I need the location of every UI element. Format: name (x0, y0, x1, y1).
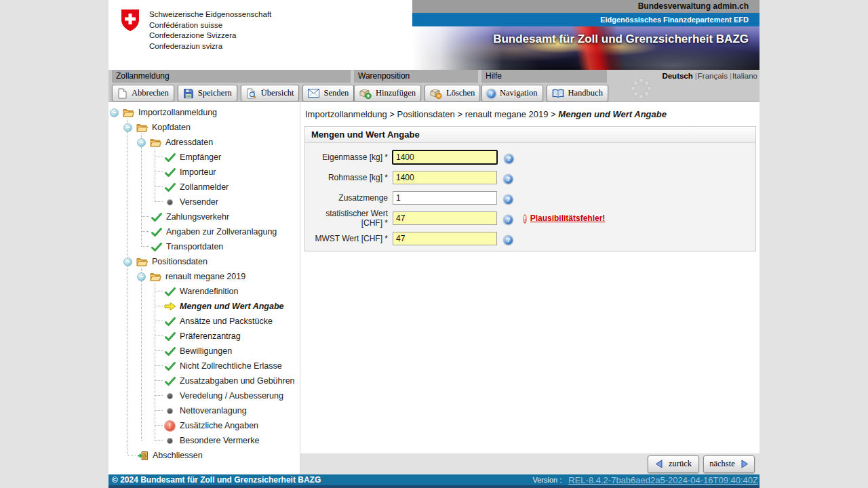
eigenmasse-kg-input[interactable] (392, 150, 498, 165)
tree-item-besondere-vermerke[interactable]: Besondere Vermerke (108, 433, 299, 448)
tree-item-bewilligungen[interactable]: Bewilligungen (108, 344, 299, 359)
folder-icon (150, 272, 161, 281)
tree-item-renault-megane-2019[interactable]: renault megane 2019 (108, 269, 299, 284)
tree-item-label: renault megane 2019 (165, 272, 245, 281)
tree-item-label: Angaben zur Zollveranlagung (166, 227, 277, 237)
tree-item-label: Bewilligungen (180, 346, 232, 356)
tree-item-label: Ansätze und Packstücke (180, 317, 273, 326)
field-label: Zusatzmenge (305, 193, 388, 203)
main-area: ImportzollanmeldungKopfdatenAdressdatenE… (108, 102, 760, 474)
language-switcher: Deutsch|Français|Italiano (662, 72, 757, 80)
check-icon (151, 243, 162, 251)
bullet-icon (164, 200, 176, 205)
loschen-button[interactable]: Löschen (425, 85, 480, 102)
speichern-button[interactable]: Speichern (178, 85, 237, 102)
tree-item-label: Positionsdaten (152, 257, 208, 266)
toolbar-group-label: Hilfe (481, 70, 607, 83)
abbrechen-button[interactable]: Abbrechen (112, 85, 174, 102)
help-icon[interactable]: ? (504, 232, 513, 245)
tree-item-veredelung-ausbesserung[interactable]: Veredelung / Ausbesserung (108, 388, 299, 403)
statistischer-wert-chf-input[interactable] (393, 211, 497, 225)
check-icon (164, 153, 176, 162)
senden-button[interactable]: Senden (302, 85, 354, 102)
breadcrumb-separator: > (549, 109, 559, 119)
rohmasse-kg-input[interactable] (393, 171, 497, 184)
tree-item-zahlungsverkehr[interactable]: Zahlungsverkehr (108, 209, 299, 224)
help-icon[interactable]: ? (504, 171, 513, 184)
help-ball-icon: ? (487, 88, 496, 98)
folder-icon (150, 138, 161, 147)
toolbar-buttons: HinzufügenLöschen (354, 85, 478, 102)
back-button[interactable]: zurück (648, 455, 699, 473)
tree-connector-stub (155, 410, 163, 411)
form-row: Eigenmasse [kg] *? (305, 147, 755, 167)
tree-item-warendefinition[interactable]: Warendefinition (108, 284, 299, 299)
tree-item-mengen-und-wert-angabe[interactable]: Mengen und Wert Angabe (108, 299, 299, 314)
collapse-icon[interactable] (110, 108, 119, 117)
hinzufugen-button[interactable]: Hinzufügen (354, 85, 421, 102)
tree-item-importeur[interactable]: Importeur (108, 165, 299, 180)
tree-item-zollanmelder[interactable]: Zollanmelder (108, 180, 299, 195)
field-label: Rohmasse [kg] * (305, 173, 388, 182)
next-button[interactable]: nächste (703, 455, 755, 473)
tree-item-positionsdaten[interactable]: Positionsdaten (108, 254, 299, 269)
tree-item-importzollanmeldung[interactable]: Importzollanmeldung (108, 105, 299, 120)
folder-icon (136, 123, 148, 132)
mwst-wert-chf-input[interactable] (393, 232, 497, 245)
copyright-text: © 2024 Bundesamt für Zoll und Grenzsiche… (108, 475, 321, 485)
tree-item-zusatzabgaben-und-gebuhren[interactable]: Zusatzabgaben und Gebühren (108, 373, 299, 388)
collapse-icon[interactable] (137, 138, 146, 147)
logo-line: Confederaziun svizra (149, 41, 271, 52)
navigation-tree-panel: ImportzollanmeldungKopfdatenAdressdatenE… (108, 102, 299, 474)
collapse-icon[interactable] (123, 123, 132, 132)
zusatzmenge-input[interactable] (393, 191, 497, 205)
collapse-icon[interactable] (137, 272, 146, 281)
swiss-shield-icon (121, 9, 140, 52)
breadcrumb-segment: renault megane 2019 (465, 109, 549, 119)
check-icon (164, 347, 176, 356)
tree-item-kopfdaten[interactable]: Kopfdaten (108, 120, 299, 135)
language-option-italiano[interactable]: Italiano (732, 72, 757, 80)
tree-item-angaben-zur-zollveranlagung[interactable]: Angaben zur Zollveranlagung (108, 224, 299, 239)
check-icon (164, 362, 176, 371)
check-icon (164, 332, 176, 341)
tree-item-abschliessen[interactable]: Abschliessen (108, 448, 299, 463)
help-icon[interactable]: ? (504, 192, 513, 204)
tree-connector-stub (155, 201, 163, 203)
ubersicht-button[interactable]: Übersicht (241, 85, 300, 102)
tree-connector-stub (155, 395, 163, 396)
tree-item-ansatze-und-packstucke[interactable]: Ansätze und Packstücke (108, 314, 299, 329)
tree-item-zusatzliche-angaben[interactable]: !Zusätzliche Angaben (108, 418, 299, 433)
navigation-button[interactable]: ?Navigation (481, 85, 543, 102)
field-label: statistischer Wert [CHF] * (305, 209, 388, 228)
version-link[interactable]: REL-8.4.2-7bab6aed2a5-2024-04-16T09:40:4… (568, 475, 758, 485)
help-icon[interactable]: ? (504, 212, 513, 224)
tree-item-nettoveranlagung[interactable]: Nettoveranlagung (108, 403, 299, 418)
help-icon[interactable]: ? (505, 151, 513, 163)
language-option-deutsch[interactable]: Deutsch (662, 72, 692, 80)
tree-item-empfanger[interactable]: Empfänger (108, 150, 299, 165)
tree-item-adressdaten[interactable]: Adressdaten (108, 135, 299, 150)
form-panel: Mengen und Wert Angabe Eigenmasse [kg] *… (304, 126, 756, 251)
breadcrumb-segment: Positionsdaten (397, 109, 455, 119)
toolbar-buttons: ?NavigationHandbuch (481, 85, 607, 102)
plausibility-error-link[interactable]: Plausibilitätsfehler! (530, 214, 606, 223)
collapse-icon[interactable] (123, 258, 132, 266)
tree-item-transportdaten[interactable]: Transportdaten (108, 239, 299, 254)
tree-item-praferenzantrag[interactable]: Präferenzantrag (108, 329, 299, 344)
form-row: Rohmasse [kg] *? (305, 167, 755, 188)
magnifier-page-icon (246, 88, 257, 99)
admin-bar: Bundesverwaltung admin.ch (412, 0, 760, 13)
check-icon (164, 183, 176, 192)
tree-item-label: Warendefinition (180, 287, 238, 296)
tree-connector-stub (155, 291, 163, 292)
application-window: Schweizerische Eidgenossenschaft Confédé… (108, 0, 760, 488)
field-label: MWST Wert [CHF] * (305, 234, 388, 243)
language-option-francais[interactable]: Français (698, 72, 728, 80)
tree-item-nicht-zollrechtliche-erlasse[interactable]: Nicht Zollrechtliche Erlasse (108, 359, 299, 373)
tree-item-label: Mengen und Wert Angabe (180, 302, 283, 311)
handbuch-button[interactable]: Handbuch (547, 85, 608, 102)
folder-icon (136, 258, 148, 266)
swiss-confederation-logo: Schweizerische Eidgenossenschaft Confédé… (121, 9, 271, 52)
tree-item-versender[interactable]: Versender (108, 195, 299, 209)
